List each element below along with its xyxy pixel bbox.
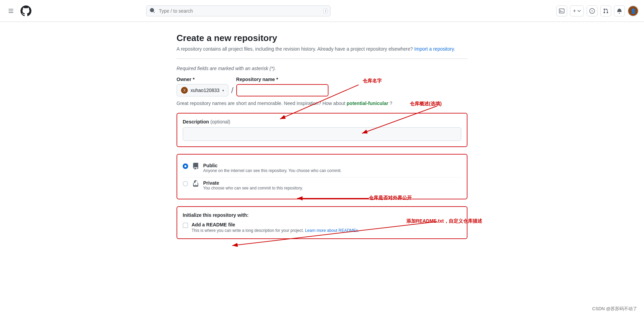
- readme-option: Add a README file This is where you can …: [183, 222, 461, 233]
- github-logo[interactable]: [20, 5, 31, 16]
- optional-text: (optional): [210, 119, 230, 124]
- private-text-group: Private You choose who can see and commi…: [203, 180, 303, 190]
- search-bar: /: [146, 5, 331, 16]
- header: / +: [0, 0, 644, 22]
- owner-chevron-icon: ▾: [222, 89, 224, 92]
- readme-learn-more-link[interactable]: Learn more about READMEs.: [305, 228, 359, 233]
- required-fields-note: Required fields are marked with an aster…: [177, 66, 467, 71]
- watermark: CSDN @苏苏码不动了: [592, 306, 637, 312]
- notifications-button[interactable]: [614, 5, 625, 16]
- suggestion-name[interactable]: potential-funicular: [347, 101, 388, 106]
- repo-name-label: Repository name *: [236, 77, 328, 82]
- terminal-button[interactable]: [556, 5, 567, 16]
- private-option[interactable]: Private You choose who can see and commi…: [183, 177, 461, 193]
- import-link[interactable]: Import a repository.: [414, 46, 455, 52]
- search-slash-key: /: [323, 9, 328, 13]
- header-actions: + 👤: [556, 5, 639, 16]
- readme-label: Add a README file: [192, 222, 359, 227]
- owner-name: xuhao120833: [191, 88, 220, 93]
- chevron-down-icon: [577, 8, 581, 14]
- public-option[interactable]: Public Anyone on the internet can see th…: [183, 160, 461, 176]
- path-separator: /: [231, 85, 234, 95]
- owner-repo-row: Owner * X xuhao120833 ▾ / Repository nam…: [177, 77, 467, 96]
- pull-request-button[interactable]: [600, 5, 611, 16]
- repo-name-field-group: Repository name *: [236, 77, 328, 96]
- search-input[interactable]: [146, 5, 331, 16]
- private-desc: You choose who can see and commit to thi…: [203, 186, 303, 190]
- owner-avatar: X: [181, 87, 188, 94]
- owner-label: Owner *: [177, 77, 228, 82]
- avatar-image: 👤: [630, 8, 636, 14]
- private-radio[interactable]: [183, 181, 188, 186]
- private-label: Private: [203, 180, 303, 186]
- page-subtitle: A repository contains all project files,…: [177, 46, 467, 52]
- avatar[interactable]: 👤: [628, 5, 639, 16]
- public-repo-icon: [192, 163, 199, 171]
- init-title: Initialize this repository with:: [183, 212, 461, 218]
- public-text-group: Public Anyone on the internet can see th…: [203, 163, 341, 173]
- repo-name-input[interactable]: [236, 84, 328, 96]
- issue-button[interactable]: [587, 5, 598, 16]
- page-title: Create a new repository: [177, 33, 467, 43]
- description-label: Description (optional): [183, 119, 461, 124]
- new-menu-button[interactable]: +: [570, 5, 584, 16]
- readme-checkbox[interactable]: [183, 223, 188, 228]
- init-section: Initialize this repository with: Add a R…: [177, 206, 467, 239]
- public-radio[interactable]: [183, 163, 188, 169]
- owner-field-group: Owner * X xuhao120833 ▾: [177, 77, 228, 96]
- page-wrapper: Create a new repository A repository con…: [0, 22, 644, 316]
- plus-icon: +: [573, 8, 576, 14]
- section-divider: [177, 58, 467, 59]
- private-repo-icon: [192, 180, 199, 189]
- description-section: Description (optional): [177, 113, 467, 147]
- owner-select[interactable]: X xuhao120833 ▾: [177, 84, 228, 96]
- main-content: Create a new repository A repository con…: [168, 22, 476, 316]
- repo-suggestion: Great repository names are short and mem…: [177, 101, 467, 106]
- public-label: Public: [203, 163, 341, 168]
- readme-desc: This is where you can write a long descr…: [192, 228, 359, 233]
- visibility-section: Public Anyone on the internet can see th…: [177, 154, 467, 199]
- hamburger-button[interactable]: [5, 5, 16, 16]
- readme-text: Add a README file This is where you can …: [192, 222, 359, 233]
- description-input[interactable]: [183, 127, 461, 141]
- public-desc: Anyone on the internet can see this repo…: [203, 168, 341, 173]
